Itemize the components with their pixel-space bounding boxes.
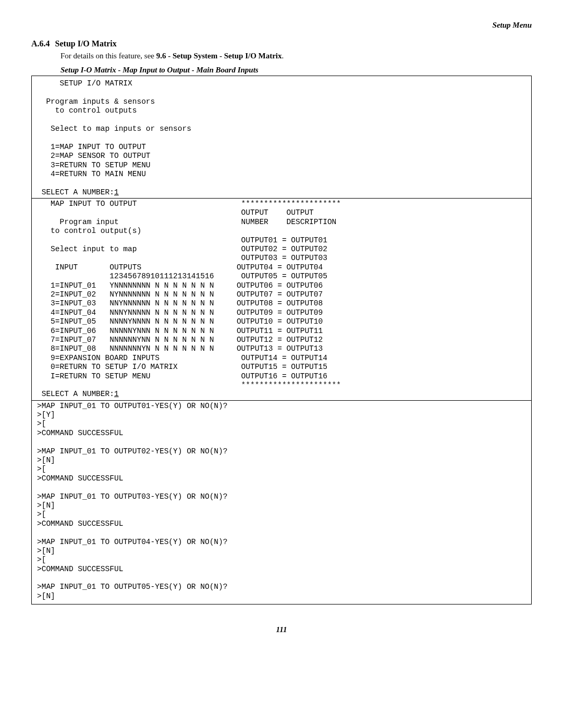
section-heading: A.6.4Setup I/O Matrix [31,39,532,48]
detail-prefix: For details on this feature, see [60,52,156,60]
s1-o1: 1=MAP INPUT TO OUTPUT [51,143,146,151]
s3-a5: >[N] [37,592,55,600]
s2-r1: 1=INPUT_01 YNNNNNNNN N N N N N N N [51,281,214,290]
s1-o4: 4=RETURN TO MAIN MENU [51,170,146,178]
s3-a1: >[Y] [37,411,55,419]
section-title: Setup I/O Matrix [55,39,117,48]
s2-hdr3: 12345678910111213141516 [109,272,214,280]
s3-p4: >MAP INPUT_01 TO OUTPUT04-YES(Y) OR NO(N… [37,538,227,546]
s2-o6: OUTPUT06 = OUTPUT06 [237,281,323,290]
s2-r8: 8=INPUT_08 NNNNNNNYN N N N N N N N [51,344,214,353]
s1-l3: Select to map inputs or sensors [51,125,191,133]
s2-input: 1 [114,390,119,398]
s2-o8: OUTPUT08 = OUTPUT08 [237,299,323,307]
screen-2: MAP INPUT TO OUTPUT ********************… [37,200,526,399]
s2-stars-bot: ********************** [241,381,341,389]
s2-o2: OUTPUT02 = OUTPUT02 [241,245,327,253]
s2-r2: 2=INPUT_02 NYNNNNNNN N N N N N N N [51,290,214,299]
section-number: A.6.4 [31,39,50,48]
s2-hdr1: INPUT [55,263,78,272]
s2-o14: OUTPUT14 = OUTPUT14 [241,354,327,362]
detail-bold: 9.6 - Setup System - Setup I/O Matrix [156,52,282,60]
detail-suffix: . [282,52,284,60]
s2-o13: OUTPUT13 = OUTPUT13 [237,344,323,353]
s2-o1: OUTPUT01 = OUTPUT01 [241,236,327,244]
s3-p3: >MAP INPUT_01 TO OUTPUT03-YES(Y) OR NO(N… [37,492,227,501]
terminal-output: SETUP I/O MATRIX Program inputs & sensor… [31,76,532,604]
s3-b1: >[ [37,419,46,428]
s3-p5: >MAP INPUT_01 TO OUTPUT05-YES(Y) OR NO(N… [37,583,227,591]
s2-r10: 0=RETURN TO SETUP I/O MATRIX [51,363,178,371]
s2-l3: Select input to map [51,245,137,253]
s2-o7: OUTPUT07 = OUTPUT07 [237,290,323,299]
s2-rh1: OUTPUT OUTPUT [241,208,314,217]
s2-l2: to control output(s) [51,227,141,235]
s2-o11: OUTPUT11 = OUTPUT11 [237,327,323,335]
s1-input: 1 [114,188,119,196]
s2-rh2: NUMBER DESCRIPTION [241,218,337,226]
figure-caption: Setup I-O Matrix - Map Input to Output -… [60,66,532,75]
s2-prompt: SELECT A NUMBER: [42,390,114,398]
s3-c4: >COMMAND SUCCESSFUL [37,565,123,573]
s2-o9: OUTPUT09 = OUTPUT09 [237,309,323,317]
s2-r3: 3=INPUT_03 NNYNNNNNN N N N N N N N [51,299,214,307]
s2-o12: OUTPUT12 = OUTPUT12 [237,336,323,344]
s3-a3: >[N] [37,501,55,510]
s2-o3: OUTPUT03 = OUTPUT03 [241,254,327,262]
s2-o10: OUTPUT10 = OUTPUT10 [237,317,323,326]
s3-p1: >MAP INPUT_01 TO OUTPUT01-YES(Y) OR NO(N… [37,402,227,410]
page-header: Setup Menu [31,21,532,30]
s2-l1: Program input [60,218,119,226]
s2-r9: 9=EXPANSION BOARD INPUTS [51,354,160,362]
s2-r7: 7=INPUT_07 NNNNNNYNN N N N N N N N [51,336,214,344]
s1-l2: to control outputs [55,106,137,115]
section-detail: For details on this feature, see 9.6 - S… [60,52,532,60]
s2-hdr2: OUTPUTS [109,263,141,272]
s2-o15: OUTPUT15 = OUTPUT15 [241,363,327,371]
s3-b4: >[ [37,556,46,564]
s2-r11: I=RETURN TO SETUP MENU [51,372,150,380]
s2-r6: 6=INPUT_06 NNNNNYNNN N N N N N N N [51,327,214,335]
s3-p2: >MAP INPUT_01 TO OUTPUT02-YES(Y) OR NO(N… [37,447,227,455]
s3-c1: >COMMAND SUCCESSFUL [37,429,123,437]
s3-c3: >COMMAND SUCCESSFUL [37,520,123,528]
s1-o3: 3=RETURN TO SETUP MENU [51,161,150,169]
s3-a4: >[N] [37,547,55,555]
s3-a2: >[N] [37,456,55,464]
s1-prompt: SELECT A NUMBER: [42,188,114,196]
s2-o4: OUTPUT04 = OUTPUT04 [237,263,323,272]
s2-o16: OUTPUT16 = OUTPUT16 [241,372,327,380]
page-number: 111 [31,625,532,634]
s2-r4: 4=INPUT_04 NNNYNNNNN N N N N N N N [51,309,214,317]
s2-r5: 5=INPUT_05 NNNNYNNNN N N N N N N N [51,317,214,326]
s2-o5: OUTPUT05 = OUTPUT05 [241,272,327,280]
s3-b2: >[ [37,465,46,473]
s1-title: SETUP I/O MATRIX [60,79,132,88]
s1-o2: 2=MAP SENSOR TO OUTPUT [51,152,150,160]
divider [32,198,531,199]
screen-3: >MAP INPUT_01 TO OUTPUT01-YES(Y) OR NO(N… [37,402,526,601]
s2-title: MAP INPUT TO OUTPUT [51,200,137,208]
divider [32,400,531,401]
s1-l1: Program inputs & sensors [46,97,155,106]
s3-c2: >COMMAND SUCCESSFUL [37,474,123,483]
s2-stars-top: ********************** [241,200,341,208]
s3-b3: >[ [37,510,46,519]
screen-1: SETUP I/O MATRIX Program inputs & sensor… [37,79,526,197]
